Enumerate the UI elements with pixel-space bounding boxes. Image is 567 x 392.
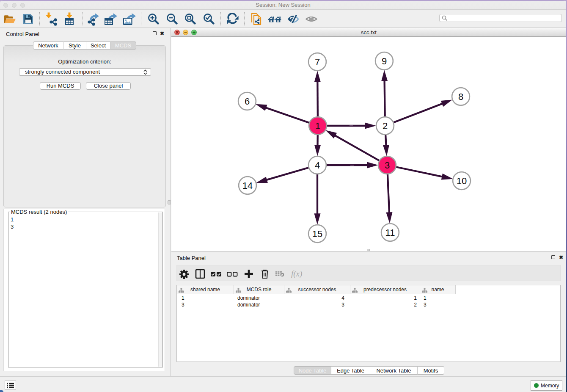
svg-text:4: 4 xyxy=(315,160,320,171)
svg-text:10: 10 xyxy=(457,176,467,186)
svg-text:11: 11 xyxy=(385,227,395,238)
svg-text:2: 2 xyxy=(383,121,388,131)
svg-text:9: 9 xyxy=(382,56,387,66)
svg-text:14: 14 xyxy=(242,180,253,191)
svg-text:15: 15 xyxy=(312,229,322,239)
svg-text:7: 7 xyxy=(315,57,320,67)
svg-text:3: 3 xyxy=(385,160,390,171)
svg-text:6: 6 xyxy=(245,96,250,107)
svg-text:1: 1 xyxy=(315,121,320,131)
svg-text:8: 8 xyxy=(458,91,463,102)
